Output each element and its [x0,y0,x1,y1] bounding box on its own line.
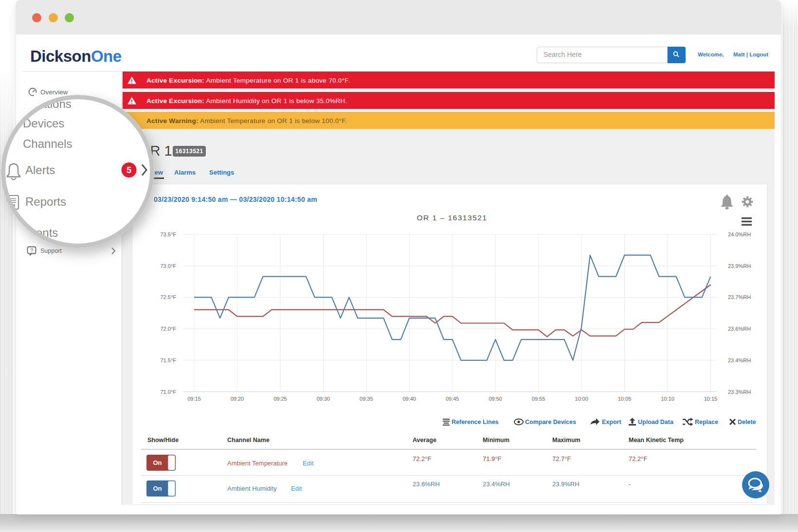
svg-text:09:30: 09:30 [317,396,330,402]
svg-text:10:05: 10:05 [618,396,632,402]
svg-text:Delete: Delete [738,419,756,426]
svg-text:09:15: 09:15 [187,396,201,402]
svg-text:23.9%RH: 23.9%RH [728,263,751,269]
svg-text:71.5°F: 71.5°F [160,357,176,363]
svg-text:Upload Data: Upload Data [638,419,674,426]
svg-text:09:45: 09:45 [446,396,459,402]
svg-text:24.0%RH: 24.0%RH [728,231,751,237]
svg-text:73.5°F: 73.5°F [160,231,176,237]
svg-text:09:20: 09:20 [231,396,244,402]
svg-text:Support: Support [40,248,62,254]
svg-text:09:40: 09:40 [402,396,416,402]
svg-text:?: ? [30,248,33,253]
svg-text:10:15: 10:15 [704,396,718,402]
svg-text:23.3%RH: 23.3%RH [728,389,751,395]
svg-text:Compare Devices: Compare Devices [525,419,576,426]
svg-text:Overview: Overview [40,89,68,96]
svg-text:10:00: 10:00 [575,396,588,402]
svg-text:71.0°F: 71.0°F [160,389,176,395]
svg-text:23.7%RH: 23.7%RH [728,294,751,300]
svg-text:09:35: 09:35 [360,396,373,402]
svg-text:23.6%RH: 23.6%RH [728,326,751,332]
svg-text:OR 1 – 16313521: OR 1 – 16313521 [417,213,488,222]
svg-text:09:50: 09:50 [489,396,502,402]
svg-text:23.4%RH: 23.4%RH [728,357,751,363]
svg-text:09:55: 09:55 [532,396,545,402]
svg-text:72.0°F: 72.0°F [160,326,176,332]
svg-text:09:25: 09:25 [273,396,287,402]
svg-text:Reference Lines: Reference Lines [452,419,499,426]
svg-text:72.5°F: 72.5°F [160,294,176,300]
svg-text:73.0°F: 73.0°F [160,263,176,269]
svg-text:Replace: Replace [695,419,718,426]
svg-text:10:10: 10:10 [661,396,674,402]
svg-text:Export: Export [602,419,621,426]
